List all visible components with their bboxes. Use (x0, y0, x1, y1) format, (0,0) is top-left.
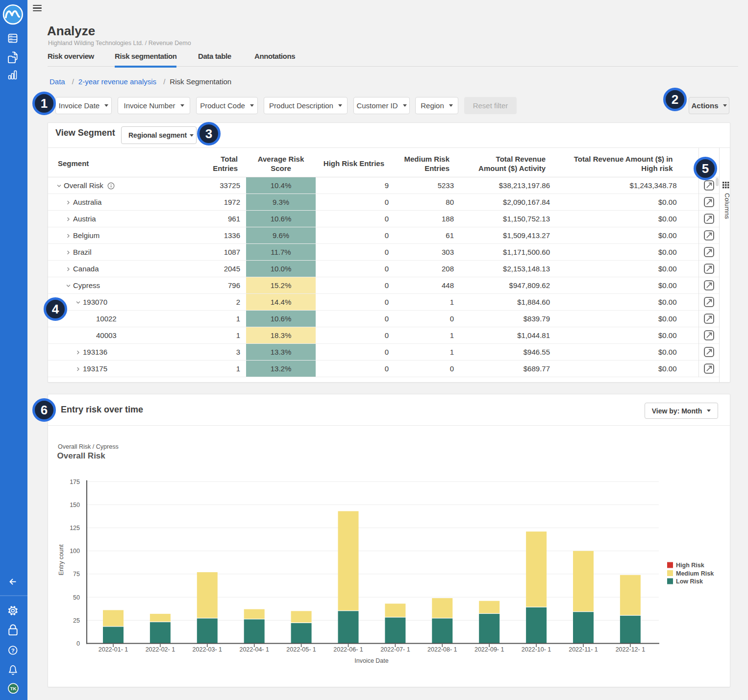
svg-text:2022-01- 1: 2022-01- 1 (99, 646, 128, 653)
svg-text:2022-02- 1: 2022-02- 1 (146, 646, 175, 653)
svg-text:2022-08- 1: 2022-08- 1 (427, 646, 457, 653)
svg-text:2022-05- 1: 2022-05- 1 (286, 646, 316, 653)
svg-text:2022-04- 1: 2022-04- 1 (239, 646, 269, 653)
svg-text:0: 0 (76, 640, 80, 647)
svg-text:175: 175 (70, 479, 80, 485)
svg-text:2022-07- 1: 2022-07- 1 (380, 646, 410, 653)
svg-text:High Risk: High Risk (676, 562, 704, 569)
svg-text:50: 50 (73, 594, 80, 601)
svg-text:25: 25 (73, 617, 80, 624)
svg-text:?: ? (11, 648, 15, 653)
svg-text:Low Risk: Low Risk (676, 578, 703, 585)
svg-text:150: 150 (70, 502, 80, 508)
svg-text:2022-12- 1: 2022-12- 1 (616, 646, 646, 653)
svg-text:2022-11- 1: 2022-11- 1 (569, 646, 598, 653)
svg-text:TK: TK (10, 686, 17, 691)
svg-text:125: 125 (70, 525, 80, 531)
svg-text:2022-09- 1: 2022-09- 1 (474, 646, 504, 653)
svg-text:Medium Risk: Medium Risk (676, 570, 714, 577)
svg-text:Invoice Date: Invoice Date (354, 657, 389, 664)
svg-text:100: 100 (70, 548, 80, 555)
svg-text:75: 75 (73, 571, 80, 578)
svg-text:2022-03- 1: 2022-03- 1 (193, 646, 223, 653)
svg-text:2022-10- 1: 2022-10- 1 (522, 646, 551, 653)
svg-text:2022-06- 1: 2022-06- 1 (333, 646, 363, 653)
svg-text:Entry count: Entry count (58, 544, 65, 576)
